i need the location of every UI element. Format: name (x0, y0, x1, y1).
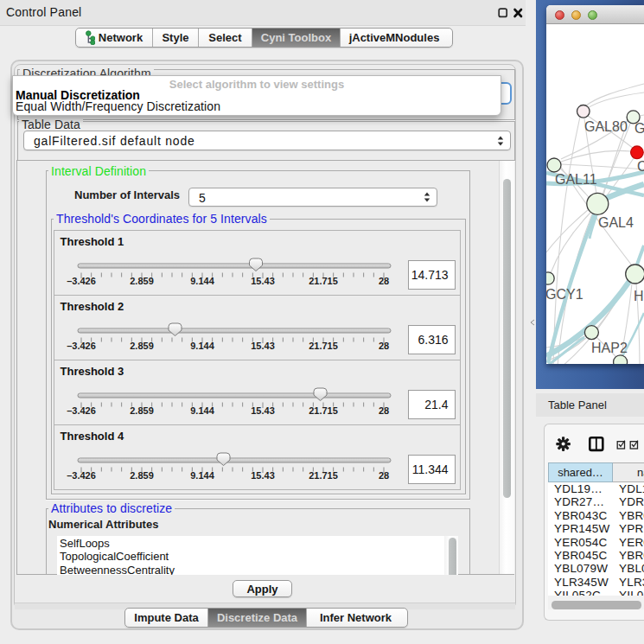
svg-text:G…: G… (634, 121, 644, 136)
svg-text:GAL11: GAL11 (555, 172, 597, 187)
svg-text:GCY1: GCY1 (546, 287, 583, 302)
svg-text:HAP2: HAP2 (591, 341, 628, 355)
svg-text:GAL80: GAL80 (584, 119, 628, 134)
svg-text:H: H (634, 289, 644, 303)
svg-text:GAL4: GAL4 (598, 215, 634, 230)
svg-text:C: C (637, 159, 644, 174)
